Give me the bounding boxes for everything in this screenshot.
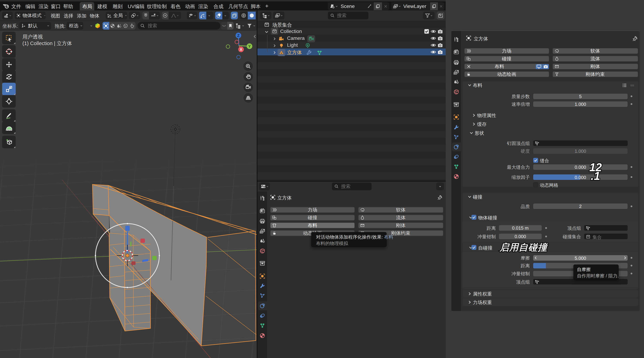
svg-text:Y: Y (248, 44, 251, 48)
svg-text:X: X (240, 47, 242, 52)
svg-text:Z: Z (237, 33, 240, 38)
